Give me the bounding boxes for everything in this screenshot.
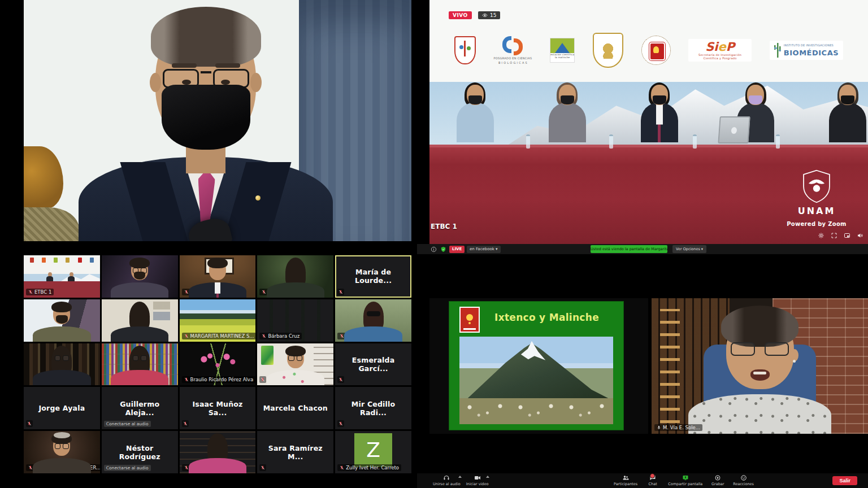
participant-tile[interactable]: MIRIAM ARRIAGA PIN HER... [24,431,100,473]
vivo-live-badge: VIVO [449,11,472,19]
participants-button[interactable]: Participantes [614,474,637,486]
unam-crest-icon [801,169,832,203]
participant-name-label: ETBC 1 [26,289,54,295]
participant-figure [24,343,100,386]
speaker-name: M. Vía E. Sole... [663,425,700,430]
participant-tile[interactable]: Esmeralda Garcí... [335,343,411,386]
share-button[interactable]: Compartir pantalla [668,474,702,486]
speaker-name-label: M. Vía E. Sole... [654,424,702,431]
participant-tile[interactable]: Jorge Ayala [24,387,100,429]
muted-mic-icon [184,290,189,294]
participant-name: Esmeralda Garcí... [335,343,411,386]
toolbar-item-label: Participantes [614,482,637,486]
connect-audio-hint: Conectarse al audio [104,465,151,471]
participant-tile[interactable]: ZZully Ivet Her. Carreto [335,431,411,473]
participant-tile[interactable]: Braulio Ricardo Pérez Alva [180,343,256,386]
earring [791,349,798,361]
participant-tile[interactable]: María de Lourde... [335,255,411,298]
participant-tile[interactable] [257,343,333,386]
info-icon[interactable] [431,246,437,252]
chevron-up-icon[interactable] [458,476,462,478]
uatx-seal-logo [641,36,671,65]
participant-figure [24,299,100,342]
muted-mic-icon [337,289,344,295]
ixtenco-coat-of-arms-icon [459,307,480,333]
participants-grid: ETBC 1Héctor MexicanoItzel Ana. Del Razo… [24,255,411,473]
participant-figure [180,431,256,473]
video-button[interactable]: Iniciar video [466,474,489,486]
pip-icon[interactable] [844,230,850,241]
gear-icon[interactable] [818,230,824,241]
participant-tile[interactable] [102,299,178,342]
headset-icon [443,474,450,481]
muted-mic-icon [337,420,344,427]
participant-tile[interactable] [24,343,100,386]
share-icon [682,474,689,481]
participant-tile[interactable] [102,255,178,298]
muted-mic-icon [28,465,33,470]
participant-name: Jorge Ayala [24,387,100,429]
view-options-button[interactable]: Ver Opciones ▾ [672,245,706,253]
participant-tile[interactable]: Guillermo Aleja...Conectarse al audio [102,387,178,429]
participant-tile[interactable]: Héctor Mexicano [180,255,256,298]
participant-tile[interactable]: ETBC 1 [24,255,100,298]
participant-tile[interactable]: Isaac Muñoz Sa... [180,387,256,429]
muted-mic-icon [184,334,189,338]
camera-icon [474,474,481,481]
participant-tile[interactable]: Itzel Ana. Del Razo [257,255,333,298]
participant-name-label: MARGARITA MARTINEZ S... [182,333,256,339]
masked-speaker-figure [24,0,411,241]
participant-tile[interactable] [102,343,178,386]
participant-name: Marcela Chacon [257,387,333,429]
participant-name: Zully Ivet Her. Carreto [346,465,399,470]
participant-name-label: Zully Ivet Her. Carreto [337,464,401,471]
speaker-icon[interactable] [857,230,863,241]
participant-tile[interactable]: Néstor RodríguezConectarse al audio [102,431,178,473]
live-stream-panel[interactable]: POSGRADO EN CIENCIASB I O L Ó G I C A Se… [417,0,868,244]
participant-tile[interactable]: Bárbara Cruz [257,299,333,342]
record-button[interactable]: Grabar [708,474,727,486]
participant-name-label: Braulio Ricardo Pérez Alva [182,376,256,383]
slide-canvas: Ixtenco y Malinche [449,301,624,430]
audio-button[interactable]: Unirse al audio [433,474,461,486]
toolbar-item-label: Chat [649,482,657,486]
participant-tile[interactable]: Bibiana Montoya [335,299,411,342]
fullscreen-icon[interactable] [831,230,837,241]
participant-figure [257,255,333,298]
siep-logo: SiePSecretaría de Investigación Científi… [688,39,752,62]
live-destination-chip[interactable]: en Facebook ▾ [467,246,501,253]
participant-tile[interactable] [24,299,100,342]
chevron-up-icon[interactable] [486,476,489,478]
letter-avatar: Z [354,433,392,467]
presentation-slide-panel[interactable]: Ixtenco y Malinche [429,298,648,434]
participant-tile[interactable]: Mir Cedillo Radi... [335,387,411,429]
leave-meeting-button[interactable]: Salir [832,476,857,485]
laptop [718,116,750,143]
toolbar-item-label: Grabar [711,482,724,486]
participant-figure [257,343,333,386]
participant-tile[interactable]: Marcela Chacon [257,387,333,429]
main-speaker-video[interactable] [24,0,411,241]
chat-icon [649,474,656,481]
muted-mic-icon [182,420,189,427]
participant-tile[interactable]: MARGARITA MARTINEZ S... [180,299,256,342]
muted-mic-icon [184,377,189,382]
reactions-button[interactable]: Reacciones [733,474,754,486]
participant-tile[interactable]: Sara Ramírez M... [257,431,333,473]
participant-name: Mir Cedillo Radi... [335,387,411,429]
stream-status-bar: LIVE en Facebook ▾ Usted está viendo la … [417,244,868,254]
participant-tile[interactable]: Yexli Navarro [180,431,256,473]
security-shield-icon[interactable] [440,246,446,252]
eye-icon [482,12,488,18]
muted-mic-icon [26,420,33,427]
toolbar-item-label: Iniciar video [466,482,489,486]
institution-logos-row: POSGRADO EN CIENCIASB I O L Ó G I C A Se… [429,19,868,81]
water-bottle [526,134,530,149]
active-speaker-video[interactable]: M. Vía E. Sole... [652,298,868,434]
faculty-crest-logo [454,36,476,64]
chat-button[interactable]: Chat [643,474,662,486]
participant-name-label: Bárbara Cruz [259,333,302,339]
live-badge: LIVE [449,246,465,253]
participant-name: Bárbara Cruz [268,333,300,339]
participant-figure [102,255,178,298]
